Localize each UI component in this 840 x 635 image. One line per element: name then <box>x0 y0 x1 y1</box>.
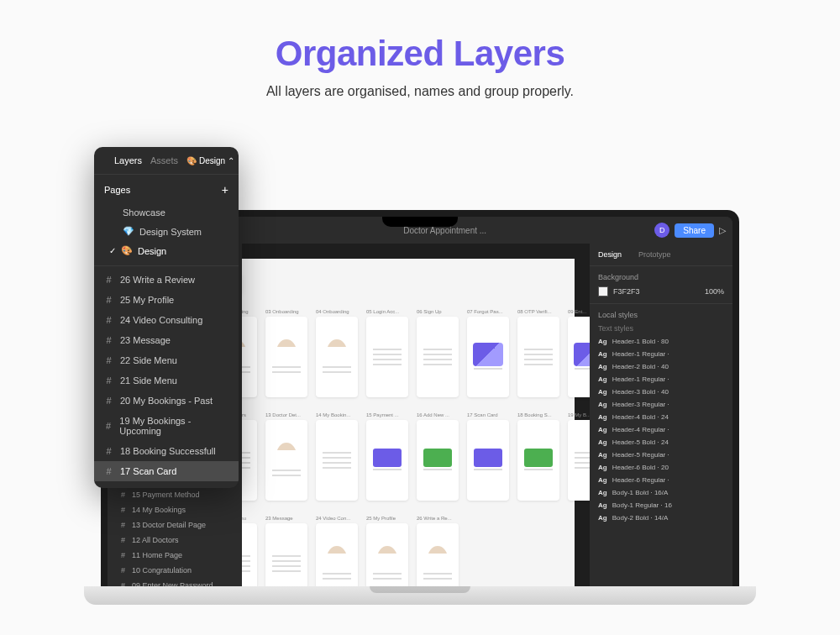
style-glyph-icon: Ag <box>598 426 607 433</box>
artboard[interactable]: 08 OTP Verifi... <box>517 309 559 397</box>
page-item[interactable]: ✓🎨Design <box>104 241 228 260</box>
text-style-item[interactable]: AgHeader-5 Regular · <box>598 451 724 459</box>
layer-row[interactable]: #13 Doctor Detail Page <box>108 517 242 533</box>
background-opacity[interactable]: 100% <box>705 287 724 296</box>
artboard[interactable]: 04 Onboarding <box>316 309 358 397</box>
text-style-item[interactable]: AgHeader-2 Bold · 40 <box>598 363 724 370</box>
artboard-label: 15 Payment ... <box>366 412 408 417</box>
frame-icon: # <box>104 316 113 325</box>
layer-row[interactable]: #18 Booking Successfull <box>94 441 239 461</box>
layer-name: 14 My Bookings <box>132 506 186 514</box>
text-styles-label: Text styles <box>598 324 724 333</box>
style-glyph-icon: Ag <box>598 514 607 522</box>
text-style-item[interactable]: AgHeader-6 Bold · 20 <box>598 464 724 471</box>
layer-row[interactable]: #23 Message <box>94 330 239 350</box>
text-style-item[interactable]: AgHeader-6 Regular · <box>598 476 724 484</box>
artboard[interactable]: 23 Message <box>265 516 307 586</box>
tab-layers[interactable]: Layers <box>114 155 142 165</box>
share-button[interactable]: Share <box>675 223 714 238</box>
artboard[interactable]: 03 Onboarding <box>265 309 307 397</box>
artboard[interactable]: 25 My Profile <box>366 516 408 586</box>
document-title[interactable]: Doctor Appointment ... <box>235 226 654 235</box>
layer-name: 24 Video Consulting <box>120 315 202 325</box>
page-item[interactable]: Showcase <box>104 203 228 222</box>
text-style-item[interactable]: AgBody-2 Bold · 14/A <box>598 514 724 522</box>
layers-list: #26 Write a Review#25 My Profile#24 Vide… <box>94 266 239 488</box>
frame-icon: # <box>119 567 127 575</box>
layer-row[interactable]: #17 Scan Card <box>94 461 239 481</box>
layer-row[interactable]: #10 Congratulation <box>108 563 242 578</box>
layer-row[interactable]: #09 Enter New Password <box>108 578 242 586</box>
design-panel: Design Prototype Background F3F2F3 100% … <box>590 244 732 586</box>
page-crumb[interactable]: 🎨 Design ⌃ <box>186 156 234 165</box>
artboard-label: 05 Login Acc... <box>366 309 408 314</box>
style-name: Header-4 Regular · <box>612 426 669 433</box>
tab-prototype[interactable]: Prototype <box>630 244 680 265</box>
artboard-frame <box>417 420 459 501</box>
layer-row[interactable]: #11 Home Page <box>108 548 242 563</box>
frame-icon: # <box>104 396 113 406</box>
layer-row[interactable]: #25 My Profile <box>94 290 239 310</box>
style-name: Header-5 Regular · <box>612 451 669 459</box>
text-style-item[interactable]: AgHeader-3 Regular · <box>598 401 724 408</box>
layer-row[interactable]: #20 My Bookings - Past <box>94 391 239 411</box>
artboard[interactable]: 19 My B... <box>568 412 590 501</box>
artboard-frame <box>517 317 559 397</box>
add-page-button[interactable]: + <box>222 183 228 197</box>
frame-icon: # <box>104 422 113 431</box>
layer-row[interactable]: #24 Video Consulting <box>94 310 239 330</box>
page-item[interactable]: 💎Design System <box>104 222 228 241</box>
layer-row[interactable]: #14 My Bookings <box>108 502 242 517</box>
layer-name: 26 Write a Review <box>120 275 195 285</box>
text-style-item[interactable]: AgBody-1 Regular · 16 <box>598 501 724 509</box>
layer-name: 18 Booking Successfull <box>120 446 216 456</box>
artboard[interactable]: 16 Add New ... <box>417 412 459 501</box>
background-swatch[interactable] <box>598 286 608 297</box>
text-style-item[interactable]: AgHeader-4 Regular · <box>598 426 724 433</box>
artboard[interactable]: 09 Ent... <box>568 309 590 397</box>
chevron-up-icon: ⌃ <box>228 156 234 165</box>
pages-section: Pages + Showcase💎Design System✓🎨Design <box>94 175 239 266</box>
artboard-label: 17 Scan Card <box>467 412 509 417</box>
tab-design[interactable]: Design <box>590 244 630 265</box>
user-avatar[interactable]: D <box>654 223 669 238</box>
page-name: Design <box>138 246 166 256</box>
layer-row[interactable]: #12 All Doctors <box>108 533 242 548</box>
artboard[interactable]: 17 Scan Card <box>467 412 509 501</box>
artboard-frame <box>366 317 408 397</box>
artboard[interactable]: 26 Write a Re... <box>417 516 459 586</box>
text-style-item[interactable]: AgHeader-4 Bold · 24 <box>598 413 724 421</box>
layer-row[interactable]: #15 Payment Method <box>108 487 242 502</box>
text-style-item[interactable]: AgBody-1 Bold · 16/A <box>598 489 724 496</box>
artboard[interactable]: 13 Doctor Det... <box>265 412 307 501</box>
layer-row[interactable]: #21 Side Menu <box>94 370 239 391</box>
background-label: Background <box>598 273 724 281</box>
artboard[interactable]: 07 Forgot Pas... <box>467 309 509 397</box>
artboard[interactable]: 15 Payment ... <box>366 412 408 501</box>
artboard-frame <box>467 317 509 397</box>
artboard[interactable]: 05 Login Acc... <box>366 309 408 397</box>
frame-icon: # <box>119 522 127 529</box>
style-glyph-icon: Ag <box>598 489 607 496</box>
artboard[interactable]: 14 My Bookin... <box>316 412 358 501</box>
artboard[interactable]: 24 Video Con... <box>316 516 358 586</box>
text-style-item[interactable]: AgHeader-1 Bold · 80 <box>598 338 724 345</box>
layer-row[interactable]: #19 My Bookings - Upcoming <box>94 411 239 441</box>
frame-icon: # <box>119 552 127 559</box>
text-style-item[interactable]: AgHeader-5 Bold · 24 <box>598 438 724 446</box>
background-hex[interactable]: F3F2F3 <box>613 287 640 296</box>
artboard-frame <box>568 420 590 501</box>
style-name: Header-1 Regular · <box>612 350 669 358</box>
layer-row[interactable]: #26 Write a Review <box>94 270 239 290</box>
layer-name: 22 Side Menu <box>120 355 177 365</box>
tab-assets[interactable]: Assets <box>150 155 178 165</box>
style-glyph-icon: Ag <box>598 375 607 383</box>
artboard-label: 03 Onboarding <box>265 309 307 314</box>
artboard[interactable]: 18 Booking S... <box>517 412 559 501</box>
artboard[interactable]: 06 Sign Up <box>417 309 459 397</box>
present-icon[interactable]: ▷ <box>719 225 726 236</box>
layer-row[interactable]: #22 Side Menu <box>94 350 239 370</box>
text-style-item[interactable]: AgHeader-1 Regular · <box>598 350 724 358</box>
text-style-item[interactable]: AgHeader-1 Regular · <box>598 375 724 383</box>
text-style-item[interactable]: AgHeader-3 Bold · 40 <box>598 388 724 396</box>
